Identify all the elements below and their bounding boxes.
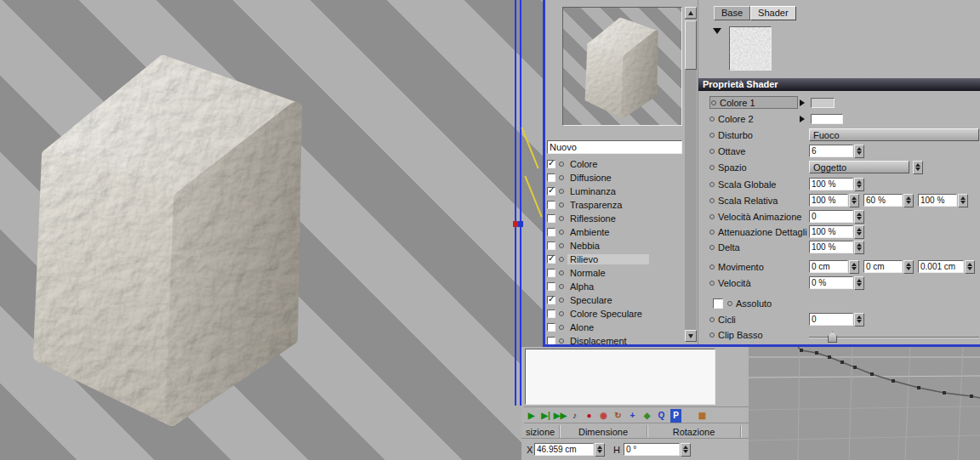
channel-checkbox[interactable] <box>547 310 556 318</box>
scrollbar-thumb[interactable] <box>685 20 697 70</box>
clip-basso-slider-handle[interactable] <box>828 332 837 343</box>
channel-checkbox[interactable] <box>547 160 556 168</box>
record-position-button[interactable]: + <box>625 408 640 423</box>
channel-checkbox[interactable] <box>547 255 556 264</box>
spinner[interactable] <box>854 313 864 327</box>
parameter-button[interactable]: P <box>669 408 683 423</box>
channel-label[interactable]: Speculare <box>567 295 615 305</box>
clip-basso-slider[interactable] <box>809 332 979 344</box>
spinner[interactable] <box>681 443 691 457</box>
velocita-animazione-field[interactable] <box>809 210 853 223</box>
sound-button[interactable]: ♪ <box>567 408 582 423</box>
spazio-dropdown[interactable]: Oggetto <box>809 161 909 173</box>
scroll-down-button[interactable] <box>685 330 697 342</box>
channel-label[interactable]: Normale <box>567 268 608 278</box>
channel-label[interactable]: Diffusione <box>567 173 614 183</box>
tab-shader[interactable]: Shader <box>750 6 795 20</box>
q-button[interactable]: Q <box>654 408 669 423</box>
channel-checkbox[interactable] <box>547 187 556 196</box>
channel-checkbox[interactable] <box>547 296 556 304</box>
material-channel-row[interactable]: Nebbia <box>545 239 685 253</box>
channel-scrollbar[interactable] <box>685 7 697 342</box>
expand-arrow-icon[interactable] <box>800 99 808 106</box>
material-name-input[interactable] <box>547 140 682 154</box>
textured-cube-object[interactable] <box>19 41 325 440</box>
spinner[interactable] <box>854 276 864 290</box>
channel-checkbox[interactable] <box>547 337 556 345</box>
scala-relativa-z-field[interactable] <box>918 194 957 207</box>
spinner[interactable] <box>849 194 859 207</box>
channel-checkbox[interactable] <box>547 269 556 277</box>
material-channel-row[interactable]: Riflessione <box>545 212 685 225</box>
shader-preview-thumbnail[interactable] <box>729 26 772 71</box>
record-key-button[interactable]: ◆ <box>640 408 654 423</box>
material-channel-row[interactable]: Colore <box>545 157 685 171</box>
spinner[interactable] <box>854 210 864 224</box>
viewport-3d[interactable] <box>0 0 543 460</box>
scroll-up-button[interactable] <box>685 7 697 19</box>
scala-globale-field[interactable] <box>809 178 853 190</box>
cicli-field[interactable] <box>809 313 853 326</box>
channel-checkbox[interactable] <box>547 241 556 250</box>
channel-label[interactable]: Alpha <box>567 281 596 292</box>
spazio-cycle-button[interactable] <box>913 161 923 174</box>
spinner[interactable] <box>965 260 975 274</box>
tab-base[interactable]: Base <box>714 6 750 20</box>
spinner[interactable] <box>595 443 605 457</box>
goto-next-frame-button[interactable]: ▶| <box>538 408 553 423</box>
material-channel-row[interactable]: Speculare <box>545 293 685 307</box>
material-channel-row[interactable]: Diffusione <box>545 171 685 185</box>
position-x-field[interactable] <box>534 443 594 456</box>
material-channel-row[interactable]: Alone <box>545 321 685 334</box>
scala-globale-spinner[interactable] <box>854 178 864 191</box>
channel-label[interactable]: Luminanza <box>567 186 618 196</box>
colore2-swatch[interactable] <box>811 114 843 124</box>
spinner[interactable] <box>958 194 968 207</box>
goto-end-button[interactable]: ▶▶ <box>553 408 567 423</box>
channel-checkbox[interactable] <box>547 214 556 223</box>
movimento-y-field[interactable] <box>863 260 903 273</box>
record-button[interactable]: ● <box>582 408 596 423</box>
movimento-x-field[interactable] <box>809 260 848 273</box>
channel-label[interactable]: Riflessione <box>567 213 618 224</box>
ottave-field[interactable] <box>809 145 853 157</box>
material-channel-row[interactable]: Luminanza <box>545 185 685 198</box>
material-channel-row[interactable]: Rilievo <box>545 253 685 266</box>
channel-checkbox[interactable] <box>547 228 556 236</box>
palette-button[interactable]: ▦ <box>695 408 709 423</box>
rotation-h-field[interactable] <box>624 443 680 456</box>
spinner[interactable] <box>854 241 864 254</box>
ottave-spinner[interactable] <box>854 145 864 158</box>
channel-label[interactable]: Colore <box>567 159 600 169</box>
velocita-field[interactable] <box>809 276 853 289</box>
material-channel-row[interactable]: Colore Speculare <box>545 307 685 321</box>
assoluto-checkbox[interactable] <box>713 298 723 309</box>
disturbo-dropdown[interactable]: Fuoco <box>809 128 979 141</box>
material-channel-row[interactable]: Alpha <box>545 280 685 293</box>
material-channel-row[interactable]: Trasparenza <box>545 198 685 212</box>
material-manager-area[interactable] <box>525 349 715 405</box>
material-channel-row[interactable]: Ambiente <box>545 225 685 239</box>
viewport-curve-area[interactable] <box>749 347 980 460</box>
spinner[interactable] <box>903 194 914 207</box>
channel-label[interactable]: Trasparenza <box>567 200 624 210</box>
spinner[interactable] <box>903 260 914 274</box>
channel-checkbox[interactable] <box>547 201 556 209</box>
expand-arrow-icon[interactable] <box>800 116 808 122</box>
movimento-z-field[interactable] <box>918 260 964 273</box>
material-preview[interactable] <box>562 7 682 126</box>
play-button[interactable]: ▶ <box>524 408 538 423</box>
channel-checkbox[interactable] <box>547 323 556 332</box>
colore1-swatch[interactable] <box>811 98 835 108</box>
delta-field[interactable] <box>809 241 853 253</box>
channel-label[interactable]: Rilievo <box>567 254 649 264</box>
colore1-label-box[interactable]: Colore 1 <box>709 96 798 109</box>
channel-checkbox[interactable] <box>547 282 556 291</box>
channel-label[interactable]: Displacement <box>567 336 630 346</box>
material-channel-row[interactable]: Normale <box>545 266 685 280</box>
autokey-button[interactable]: ↻ <box>611 408 625 423</box>
channel-label[interactable]: Alone <box>567 322 596 332</box>
material-channel-row[interactable]: Displacement <box>545 334 685 347</box>
collapse-arrow-icon[interactable] <box>713 28 721 38</box>
channel-label[interactable]: Ambiente <box>567 227 612 237</box>
